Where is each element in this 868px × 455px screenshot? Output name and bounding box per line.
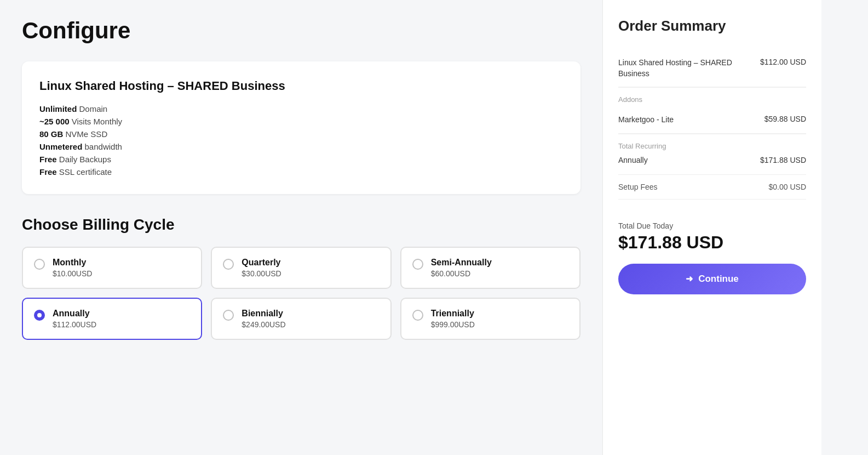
billing-grid: Monthly $10.00USD Quarterly $30.00USD Se… bbox=[22, 247, 580, 340]
feature-item: Unlimited Domain bbox=[39, 104, 563, 113]
setup-fees-label: Setup Fees bbox=[618, 183, 658, 191]
recurring-price: $171.88 USD bbox=[760, 156, 806, 164]
total-due-label: Total Due Today bbox=[618, 221, 806, 230]
summary-addon-name: Marketgoo - Lite bbox=[618, 115, 674, 126]
billing-info-annually: Annually $112.00USD bbox=[53, 309, 96, 329]
feature-list: Unlimited Domain ~25 000 Visits Monthly … bbox=[39, 104, 563, 177]
recurring-section-label: Total Recurring bbox=[618, 142, 806, 150]
radio-monthly[interactable] bbox=[34, 259, 45, 270]
billing-name-semi-annually: Semi-Annually bbox=[431, 258, 492, 268]
billing-price-quarterly: $30.00USD bbox=[242, 269, 281, 278]
divider-4 bbox=[618, 199, 806, 200]
product-title: Linux Shared Hosting – SHARED Business bbox=[39, 79, 563, 93]
main-content: Configure Linux Shared Hosting – SHARED … bbox=[0, 0, 602, 455]
billing-info-triennially: Triennially $999.00USD bbox=[431, 309, 475, 329]
billing-option-biennially[interactable]: Biennially $249.00USD bbox=[211, 298, 391, 340]
billing-price-monthly: $10.00USD bbox=[53, 269, 92, 278]
setup-fees-value: $0.00 USD bbox=[769, 183, 806, 191]
continue-label: Continue bbox=[698, 274, 739, 285]
addons-section-label: Addons bbox=[618, 88, 806, 107]
setup-fees-row: Setup Fees $0.00 USD bbox=[618, 175, 806, 199]
summary-product-row: Linux Shared Hosting – SHARED Business $… bbox=[618, 50, 806, 87]
billing-name-biennially: Biennially bbox=[242, 309, 285, 318]
radio-biennially[interactable] bbox=[223, 310, 234, 321]
billing-section-title: Choose Billing Cycle bbox=[22, 216, 580, 234]
billing-section: Choose Billing Cycle Monthly $10.00USD Q… bbox=[22, 216, 580, 340]
feature-item: ~25 000 Visits Monthly bbox=[39, 117, 563, 126]
billing-price-triennially: $999.00USD bbox=[431, 320, 475, 329]
recurring-cycle: Annually bbox=[618, 156, 648, 164]
billing-name-annually: Annually bbox=[53, 309, 96, 318]
recurring-row: Annually $171.88 USD bbox=[618, 153, 806, 167]
billing-option-monthly[interactable]: Monthly $10.00USD bbox=[22, 247, 202, 289]
billing-name-quarterly: Quarterly bbox=[242, 258, 281, 268]
page-title: Configure bbox=[22, 18, 580, 44]
radio-quarterly[interactable] bbox=[223, 259, 234, 270]
radio-semi-annually[interactable] bbox=[412, 259, 423, 270]
billing-name-monthly: Monthly bbox=[53, 258, 92, 268]
billing-option-quarterly[interactable]: Quarterly $30.00USD bbox=[211, 247, 391, 289]
feature-item: Free SSL certificate bbox=[39, 167, 563, 177]
summary-product-price: $112.00 USD bbox=[760, 58, 806, 66]
arrow-right-icon: ➜ bbox=[686, 274, 693, 284]
order-summary-sidebar: Order Summary Linux Shared Hosting – SHA… bbox=[602, 0, 821, 455]
billing-option-triennially[interactable]: Triennially $999.00USD bbox=[400, 298, 580, 340]
billing-info-semi-annually: Semi-Annually $60.00USD bbox=[431, 258, 492, 278]
feature-item: Free Daily Backups bbox=[39, 155, 563, 164]
total-due-section: Total Due Today $171.88 USD bbox=[618, 211, 806, 264]
billing-info-biennially: Biennially $249.00USD bbox=[242, 309, 285, 329]
billing-info-monthly: Monthly $10.00USD bbox=[53, 258, 92, 278]
feature-item: Unmetered bandwidth bbox=[39, 142, 563, 151]
summary-product-label: Linux Shared Hosting – SHARED Business bbox=[618, 58, 739, 79]
recurring-section: Total Recurring Annually $171.88 USD bbox=[618, 134, 806, 167]
billing-price-biennially: $249.00USD bbox=[242, 320, 285, 329]
billing-option-semi-annually[interactable]: Semi-Annually $60.00USD bbox=[400, 247, 580, 289]
billing-name-triennially: Triennially bbox=[431, 309, 475, 318]
product-card: Linux Shared Hosting – SHARED Business U… bbox=[22, 61, 580, 194]
radio-annually[interactable] bbox=[34, 310, 45, 321]
billing-price-semi-annually: $60.00USD bbox=[431, 269, 492, 278]
summary-addon-row: Marketgoo - Lite $59.88 USD bbox=[618, 107, 806, 134]
billing-option-annually[interactable]: Annually $112.00USD bbox=[22, 298, 202, 340]
total-due-amount: $171.88 USD bbox=[618, 232, 806, 253]
continue-button[interactable]: ➜ Continue bbox=[618, 264, 806, 294]
order-summary-title: Order Summary bbox=[618, 18, 806, 35]
billing-info-quarterly: Quarterly $30.00USD bbox=[242, 258, 281, 278]
page-container: Configure Linux Shared Hosting – SHARED … bbox=[0, 0, 868, 455]
summary-addon-price: $59.88 USD bbox=[764, 115, 806, 123]
radio-triennially[interactable] bbox=[412, 310, 423, 321]
billing-price-annually: $112.00USD bbox=[53, 320, 96, 329]
feature-item: 80 GB NVMe SSD bbox=[39, 129, 563, 139]
